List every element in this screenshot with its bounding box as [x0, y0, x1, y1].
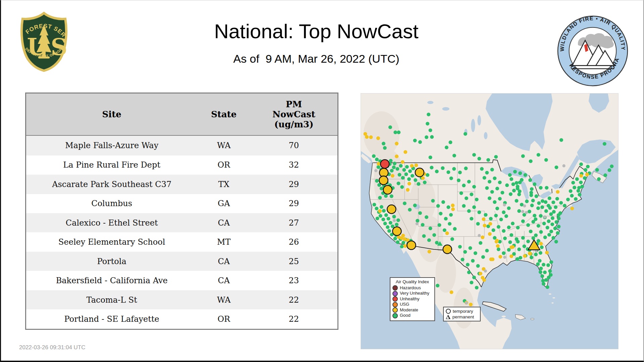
monitor-dot-good[interactable] [398, 173, 401, 177]
monitor-dot-good[interactable] [425, 215, 428, 219]
monitor-dot-good[interactable] [495, 206, 499, 210]
monitor-dot-good[interactable] [537, 239, 540, 243]
monitor-dot-good[interactable] [556, 231, 559, 235]
monitor-dot-good[interactable] [549, 260, 553, 264]
monitor-dot-good[interactable] [383, 222, 387, 225]
monitor-dot-good[interactable] [559, 138, 563, 142]
monitor-dot-good[interactable] [541, 199, 544, 203]
monitor-dot-good[interactable] [486, 158, 490, 162]
monitor-dot-good[interactable] [418, 211, 422, 215]
monitor-dot-good[interactable] [573, 186, 576, 189]
monitor-dot-good[interactable] [464, 167, 468, 170]
monitor-dot-good[interactable] [462, 204, 466, 208]
monitor-dot-good[interactable] [502, 229, 505, 233]
monitor-dot-moderate[interactable] [408, 182, 411, 185]
monitor-dot-good[interactable] [470, 281, 473, 284]
monitor-dot-good[interactable] [511, 222, 515, 225]
monitor-dot-good[interactable] [518, 171, 522, 175]
monitor-dot-good[interactable] [436, 284, 439, 288]
monitor-dot-moderate[interactable] [403, 244, 407, 248]
monitor-dot-good[interactable] [530, 203, 534, 207]
monitor-dot-good[interactable] [559, 201, 563, 205]
monitor-dot-good[interactable] [529, 191, 533, 194]
monitor-dot-good[interactable] [540, 274, 544, 278]
monitor-dot-good[interactable] [538, 259, 542, 263]
temporary-monitor-marker[interactable] [443, 245, 452, 254]
monitor-dot-good[interactable] [584, 168, 587, 172]
temporary-monitor-marker[interactable] [380, 160, 389, 168]
monitor-dot-inactive[interactable] [484, 269, 487, 273]
monitor-dot-good[interactable] [480, 167, 484, 171]
monitor-dot-good[interactable] [549, 212, 553, 216]
monitor-dot-good[interactable] [472, 185, 476, 189]
monitor-dot-moderate[interactable] [523, 254, 527, 258]
monitor-dot-good[interactable] [512, 189, 516, 192]
monitor-dot-moderate[interactable] [498, 255, 502, 258]
monitor-dot-moderate[interactable] [479, 272, 482, 276]
monitor-dot-good[interactable] [422, 234, 426, 238]
monitor-dot-moderate[interactable] [406, 188, 410, 192]
monitor-dot-good[interactable] [526, 240, 530, 243]
monitor-dot-inactive[interactable] [416, 222, 419, 225]
monitor-dot-good[interactable] [544, 158, 548, 162]
monitor-dot-good[interactable] [539, 270, 542, 274]
monitor-dot-good[interactable] [563, 204, 567, 207]
monitor-dot-good[interactable] [546, 263, 550, 267]
monitor-dot-good[interactable] [477, 157, 481, 161]
monitor-dot-good[interactable] [427, 113, 430, 116]
monitor-dot-good[interactable] [430, 135, 434, 139]
monitor-dot-good[interactable] [470, 193, 473, 196]
monitor-dot-good[interactable] [379, 214, 382, 218]
monitor-dot-good[interactable] [508, 240, 512, 244]
monitor-dot-good[interactable] [489, 217, 493, 221]
monitor-dot-good[interactable] [499, 218, 503, 221]
monitor-dot-good[interactable] [462, 184, 466, 187]
monitor-dot-good[interactable] [517, 247, 521, 251]
monitor-dot-good[interactable] [439, 212, 442, 216]
monitor-dot-good[interactable] [509, 233, 513, 237]
monitor-dot-good[interactable] [542, 263, 545, 266]
monitor-dot-good[interactable] [551, 216, 554, 220]
monitor-dot-good[interactable] [400, 185, 404, 189]
monitor-dot-good[interactable] [444, 217, 448, 221]
monitor-dot-good[interactable] [515, 199, 519, 203]
monitor-dot-good[interactable] [397, 130, 400, 134]
monitor-dot-moderate[interactable] [482, 217, 485, 221]
monitor-dot-good[interactable] [521, 236, 525, 240]
monitor-dot-good[interactable] [512, 182, 515, 186]
temporary-monitor-marker[interactable] [383, 185, 392, 194]
monitor-dot-good[interactable] [392, 215, 396, 219]
monitor-dot-good[interactable] [448, 140, 452, 144]
monitor-dot-good[interactable] [389, 159, 392, 163]
temporary-monitor-marker[interactable] [379, 176, 388, 185]
monitor-dot-good[interactable] [418, 140, 422, 144]
monitor-dot-good[interactable] [544, 209, 548, 213]
temporary-monitor-marker[interactable] [387, 205, 396, 214]
monitor-dot-good[interactable] [555, 197, 559, 200]
monitor-dot-moderate[interactable] [421, 176, 425, 180]
monitor-dot-moderate[interactable] [378, 209, 382, 213]
monitor-dot-good[interactable] [413, 203, 417, 207]
monitor-dot-good[interactable] [557, 225, 560, 229]
monitor-dot-good[interactable] [465, 196, 468, 200]
monitor-dot-good[interactable] [382, 209, 386, 213]
monitor-dot-moderate[interactable] [451, 203, 454, 207]
monitor-dot-moderate[interactable] [365, 135, 369, 139]
monitor-dot-good[interactable] [539, 266, 543, 270]
monitor-dot-moderate[interactable] [509, 254, 513, 258]
monitor-dot-good[interactable] [502, 210, 505, 214]
monitor-dot-good[interactable] [549, 230, 553, 233]
monitor-dot-good[interactable] [386, 225, 389, 229]
monitor-dot-good[interactable] [521, 154, 525, 158]
monitor-dot-good[interactable] [508, 173, 512, 177]
monitor-dot-good[interactable] [387, 229, 391, 233]
monitor-dot-good[interactable] [534, 253, 538, 256]
monitor-dot-good[interactable] [380, 205, 383, 209]
monitor-dot-inactive[interactable] [503, 203, 506, 206]
monitor-dot-good[interactable] [537, 224, 540, 228]
monitor-dot-good[interactable] [378, 196, 382, 199]
monitor-dot-good[interactable] [516, 240, 520, 243]
monitor-dot-good[interactable] [467, 209, 471, 213]
monitor-dot-moderate[interactable] [495, 240, 498, 243]
monitor-dot-good[interactable] [610, 165, 613, 168]
